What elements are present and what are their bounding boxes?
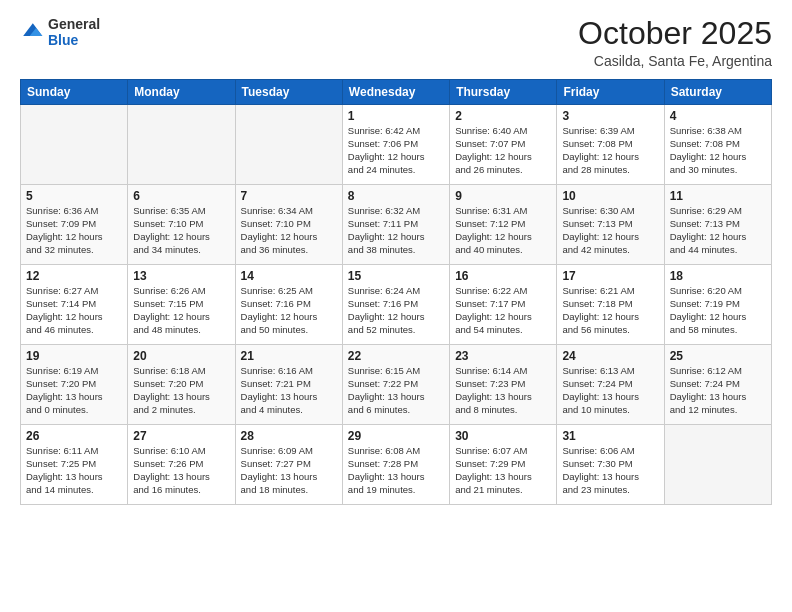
day-info: Sunrise: 6:18 AM Sunset: 7:20 PM Dayligh… xyxy=(133,365,229,416)
day-info: Sunrise: 6:19 AM Sunset: 7:20 PM Dayligh… xyxy=(26,365,122,416)
day-number: 2 xyxy=(455,109,551,123)
day-info: Sunrise: 6:36 AM Sunset: 7:09 PM Dayligh… xyxy=(26,205,122,256)
header-saturday: Saturday xyxy=(664,80,771,105)
day-number: 17 xyxy=(562,269,658,283)
day-info: Sunrise: 6:11 AM Sunset: 7:25 PM Dayligh… xyxy=(26,445,122,496)
day-info: Sunrise: 6:09 AM Sunset: 7:27 PM Dayligh… xyxy=(241,445,337,496)
day-number: 30 xyxy=(455,429,551,443)
day-info: Sunrise: 6:32 AM Sunset: 7:11 PM Dayligh… xyxy=(348,205,444,256)
day-info: Sunrise: 6:24 AM Sunset: 7:16 PM Dayligh… xyxy=(348,285,444,336)
day-number: 13 xyxy=(133,269,229,283)
table-row: 1Sunrise: 6:42 AM Sunset: 7:06 PM Daylig… xyxy=(342,105,449,185)
day-number: 25 xyxy=(670,349,766,363)
table-row: 23Sunrise: 6:14 AM Sunset: 7:23 PM Dayli… xyxy=(450,345,557,425)
table-row xyxy=(664,425,771,505)
day-info: Sunrise: 6:26 AM Sunset: 7:15 PM Dayligh… xyxy=(133,285,229,336)
location: Casilda, Santa Fe, Argentina xyxy=(578,53,772,69)
calendar-week-row: 5Sunrise: 6:36 AM Sunset: 7:09 PM Daylig… xyxy=(21,185,772,265)
day-number: 6 xyxy=(133,189,229,203)
title-block: October 2025 Casilda, Santa Fe, Argentin… xyxy=(578,16,772,69)
table-row xyxy=(21,105,128,185)
header-tuesday: Tuesday xyxy=(235,80,342,105)
day-info: Sunrise: 6:08 AM Sunset: 7:28 PM Dayligh… xyxy=(348,445,444,496)
table-row: 25Sunrise: 6:12 AM Sunset: 7:24 PM Dayli… xyxy=(664,345,771,425)
table-row: 24Sunrise: 6:13 AM Sunset: 7:24 PM Dayli… xyxy=(557,345,664,425)
table-row: 26Sunrise: 6:11 AM Sunset: 7:25 PM Dayli… xyxy=(21,425,128,505)
table-row xyxy=(235,105,342,185)
table-row: 16Sunrise: 6:22 AM Sunset: 7:17 PM Dayli… xyxy=(450,265,557,345)
calendar-week-row: 19Sunrise: 6:19 AM Sunset: 7:20 PM Dayli… xyxy=(21,345,772,425)
day-info: Sunrise: 6:39 AM Sunset: 7:08 PM Dayligh… xyxy=(562,125,658,176)
day-number: 20 xyxy=(133,349,229,363)
day-number: 21 xyxy=(241,349,337,363)
table-row: 3Sunrise: 6:39 AM Sunset: 7:08 PM Daylig… xyxy=(557,105,664,185)
day-info: Sunrise: 6:20 AM Sunset: 7:19 PM Dayligh… xyxy=(670,285,766,336)
day-number: 1 xyxy=(348,109,444,123)
day-number: 23 xyxy=(455,349,551,363)
table-row: 2Sunrise: 6:40 AM Sunset: 7:07 PM Daylig… xyxy=(450,105,557,185)
table-row: 9Sunrise: 6:31 AM Sunset: 7:12 PM Daylig… xyxy=(450,185,557,265)
day-info: Sunrise: 6:35 AM Sunset: 7:10 PM Dayligh… xyxy=(133,205,229,256)
table-row: 19Sunrise: 6:19 AM Sunset: 7:20 PM Dayli… xyxy=(21,345,128,425)
day-info: Sunrise: 6:34 AM Sunset: 7:10 PM Dayligh… xyxy=(241,205,337,256)
table-row: 27Sunrise: 6:10 AM Sunset: 7:26 PM Dayli… xyxy=(128,425,235,505)
header-sunday: Sunday xyxy=(21,80,128,105)
table-row: 7Sunrise: 6:34 AM Sunset: 7:10 PM Daylig… xyxy=(235,185,342,265)
day-info: Sunrise: 6:14 AM Sunset: 7:23 PM Dayligh… xyxy=(455,365,551,416)
day-number: 5 xyxy=(26,189,122,203)
calendar-week-row: 26Sunrise: 6:11 AM Sunset: 7:25 PM Dayli… xyxy=(21,425,772,505)
header-wednesday: Wednesday xyxy=(342,80,449,105)
table-row: 18Sunrise: 6:20 AM Sunset: 7:19 PM Dayli… xyxy=(664,265,771,345)
logo: General Blue xyxy=(20,16,100,48)
day-number: 7 xyxy=(241,189,337,203)
day-info: Sunrise: 6:06 AM Sunset: 7:30 PM Dayligh… xyxy=(562,445,658,496)
day-number: 31 xyxy=(562,429,658,443)
page: General Blue October 2025 Casilda, Santa… xyxy=(0,0,792,612)
table-row: 4Sunrise: 6:38 AM Sunset: 7:08 PM Daylig… xyxy=(664,105,771,185)
day-number: 12 xyxy=(26,269,122,283)
table-row: 17Sunrise: 6:21 AM Sunset: 7:18 PM Dayli… xyxy=(557,265,664,345)
day-info: Sunrise: 6:38 AM Sunset: 7:08 PM Dayligh… xyxy=(670,125,766,176)
day-info: Sunrise: 6:40 AM Sunset: 7:07 PM Dayligh… xyxy=(455,125,551,176)
day-number: 24 xyxy=(562,349,658,363)
day-info: Sunrise: 6:29 AM Sunset: 7:13 PM Dayligh… xyxy=(670,205,766,256)
day-number: 15 xyxy=(348,269,444,283)
day-number: 16 xyxy=(455,269,551,283)
day-info: Sunrise: 6:13 AM Sunset: 7:24 PM Dayligh… xyxy=(562,365,658,416)
table-row: 30Sunrise: 6:07 AM Sunset: 7:29 PM Dayli… xyxy=(450,425,557,505)
day-number: 22 xyxy=(348,349,444,363)
day-info: Sunrise: 6:31 AM Sunset: 7:12 PM Dayligh… xyxy=(455,205,551,256)
header-friday: Friday xyxy=(557,80,664,105)
logo-text: General Blue xyxy=(48,16,100,48)
table-row xyxy=(128,105,235,185)
header-thursday: Thursday xyxy=(450,80,557,105)
day-info: Sunrise: 6:12 AM Sunset: 7:24 PM Dayligh… xyxy=(670,365,766,416)
calendar-week-row: 1Sunrise: 6:42 AM Sunset: 7:06 PM Daylig… xyxy=(21,105,772,185)
header-monday: Monday xyxy=(128,80,235,105)
day-number: 4 xyxy=(670,109,766,123)
day-info: Sunrise: 6:25 AM Sunset: 7:16 PM Dayligh… xyxy=(241,285,337,336)
day-number: 11 xyxy=(670,189,766,203)
day-number: 14 xyxy=(241,269,337,283)
day-number: 8 xyxy=(348,189,444,203)
table-row: 8Sunrise: 6:32 AM Sunset: 7:11 PM Daylig… xyxy=(342,185,449,265)
table-row: 10Sunrise: 6:30 AM Sunset: 7:13 PM Dayli… xyxy=(557,185,664,265)
calendar-week-row: 12Sunrise: 6:27 AM Sunset: 7:14 PM Dayli… xyxy=(21,265,772,345)
table-row: 29Sunrise: 6:08 AM Sunset: 7:28 PM Dayli… xyxy=(342,425,449,505)
logo-icon xyxy=(20,20,44,44)
table-row: 12Sunrise: 6:27 AM Sunset: 7:14 PM Dayli… xyxy=(21,265,128,345)
weekday-header-row: Sunday Monday Tuesday Wednesday Thursday… xyxy=(21,80,772,105)
day-number: 10 xyxy=(562,189,658,203)
day-number: 19 xyxy=(26,349,122,363)
table-row: 14Sunrise: 6:25 AM Sunset: 7:16 PM Dayli… xyxy=(235,265,342,345)
table-row: 22Sunrise: 6:15 AM Sunset: 7:22 PM Dayli… xyxy=(342,345,449,425)
day-number: 9 xyxy=(455,189,551,203)
day-number: 27 xyxy=(133,429,229,443)
day-info: Sunrise: 6:22 AM Sunset: 7:17 PM Dayligh… xyxy=(455,285,551,336)
day-info: Sunrise: 6:30 AM Sunset: 7:13 PM Dayligh… xyxy=(562,205,658,256)
table-row: 5Sunrise: 6:36 AM Sunset: 7:09 PM Daylig… xyxy=(21,185,128,265)
day-info: Sunrise: 6:21 AM Sunset: 7:18 PM Dayligh… xyxy=(562,285,658,336)
header: General Blue October 2025 Casilda, Santa… xyxy=(20,16,772,69)
day-info: Sunrise: 6:15 AM Sunset: 7:22 PM Dayligh… xyxy=(348,365,444,416)
day-number: 28 xyxy=(241,429,337,443)
